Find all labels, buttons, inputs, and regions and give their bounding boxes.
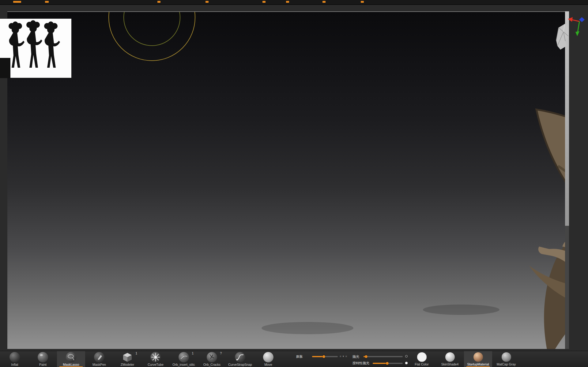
menu-accent-tick bbox=[157, 1, 160, 3]
inflate-slider-handle[interactable] bbox=[312, 356, 324, 357]
brush-label: CurveStrapSnap bbox=[228, 363, 252, 366]
brush-label: MaskLasso bbox=[63, 363, 79, 366]
brush-inflat[interactable]: Inflat bbox=[1, 351, 29, 367]
sculpt-figure-front-view bbox=[538, 28, 565, 349]
curve-tube-brush-icon bbox=[150, 352, 161, 362]
inflate-slider[interactable] bbox=[312, 356, 338, 357]
brush-masklasso[interactable]: MaskLasso bbox=[57, 351, 85, 367]
brush-label: ZModeler bbox=[121, 363, 134, 366]
brush-label: Move bbox=[264, 363, 272, 366]
startup-material-icon bbox=[473, 352, 483, 362]
slider-zone: 膨胀 ≡ ▾ ≡ 抛光 按特性抛光 bbox=[292, 351, 415, 367]
radio-dot-filled-icon[interactable] bbox=[405, 362, 408, 364]
skinshade4-material-icon bbox=[445, 352, 455, 362]
brush-orb-cracks[interactable]: ? Orb_Cracks bbox=[198, 351, 226, 367]
zbrush-window: Inflat Paint MaskLasso MaskPen bbox=[0, 0, 588, 367]
figure-shadow bbox=[423, 305, 499, 315]
curve-strap-snap-brush-icon bbox=[235, 352, 245, 362]
menu-accent-tick bbox=[361, 1, 364, 3]
reference-silhouettes-icon bbox=[0, 19, 71, 78]
polish-by-features-slider-label: 按特性抛光 bbox=[352, 361, 369, 365]
symmetry-circles-icon bbox=[109, 12, 195, 61]
zmodeler-brush-icon bbox=[122, 352, 133, 362]
brush-label: Orb_Cracks bbox=[203, 363, 221, 366]
orb-cracks-brush-icon bbox=[207, 352, 217, 362]
figure-shadow bbox=[262, 322, 353, 334]
axis-gizmo-icon[interactable] bbox=[567, 16, 588, 42]
move-brush-icon bbox=[263, 352, 273, 362]
brush-label: CurveTube bbox=[148, 363, 164, 366]
menu-accent-tick bbox=[205, 1, 209, 3]
brush-label: Paint bbox=[39, 363, 47, 366]
brush-curvetube[interactable]: CurveTube bbox=[141, 351, 170, 367]
brush-label: Orb_insert_stitc bbox=[172, 363, 195, 366]
brush-orb-insert-stitch[interactable]: 1 Orb_insert_stitc bbox=[170, 351, 198, 367]
brush-label: MaskPen bbox=[92, 363, 106, 366]
material-startupmaterial[interactable]: StartupMaterial bbox=[464, 351, 492, 367]
brush-paint[interactable]: Paint bbox=[29, 351, 57, 367]
orb-insert-stitch-brush-icon bbox=[179, 352, 189, 362]
polish-by-features-slider[interactable] bbox=[373, 363, 403, 364]
polish-slider[interactable] bbox=[364, 356, 403, 357]
paint-brush-icon bbox=[38, 352, 48, 362]
menu-accent-tick bbox=[322, 1, 326, 3]
scrollbar-track bbox=[565, 226, 569, 349]
brush-row: Inflat Paint MaskLasso MaskPen bbox=[1, 351, 282, 367]
inflate-slider-label: 膨胀 bbox=[296, 354, 303, 359]
inflat-brush-icon bbox=[9, 352, 20, 362]
brush-curvestrapsnap[interactable]: CurveStrapSnap bbox=[226, 351, 254, 367]
top-menu-bar bbox=[0, 0, 588, 5]
menu-accent-tick bbox=[13, 1, 21, 3]
menu-accent-tick bbox=[286, 1, 289, 3]
right-tray-scrollbar[interactable] bbox=[565, 11, 569, 349]
brush-zmodeler[interactable]: 1 ZModeler bbox=[113, 351, 141, 367]
brush-hotkey-badge: 1 bbox=[192, 352, 194, 355]
polish-slider-handle[interactable] bbox=[364, 356, 366, 357]
brush-move[interactable]: Move bbox=[254, 351, 282, 367]
slider-mini-icons: ≡ ▾ ≡ bbox=[340, 355, 347, 358]
material-row: Flat Color SkinShade4 StartupMaterial Ma… bbox=[408, 351, 520, 367]
bottom-shelf: Inflat Paint MaskLasso MaskPen bbox=[0, 351, 588, 367]
brush-hotkey-badge: 1 bbox=[135, 352, 137, 355]
material-flat-color[interactable]: Flat Color bbox=[408, 351, 436, 367]
material-matcap-gray[interactable]: MatCap Gray bbox=[492, 351, 520, 367]
mask-pen-brush-icon bbox=[94, 352, 104, 362]
menu-accent-tick bbox=[45, 1, 49, 3]
material-label: SkinShade4 bbox=[441, 362, 459, 366]
brush-label: Inflat bbox=[11, 363, 18, 366]
material-skinshade4[interactable]: SkinShade4 bbox=[436, 351, 464, 367]
polish-slider-label: 抛光 bbox=[352, 354, 359, 359]
reference-image bbox=[0, 19, 71, 78]
sculpt-scene bbox=[7, 12, 565, 349]
material-label: MatCap Gray bbox=[497, 362, 516, 366]
material-label: StartupMaterial bbox=[467, 362, 489, 366]
radio-dot-outline-icon[interactable] bbox=[405, 355, 408, 358]
brush-hotkey-badge: ? bbox=[220, 352, 222, 355]
menu-accent-tick bbox=[262, 1, 266, 3]
flat-color-material-icon bbox=[417, 352, 427, 362]
matcap-gray-material-icon bbox=[502, 352, 511, 362]
polish-by-features-slider-handle[interactable] bbox=[373, 363, 387, 364]
mask-lasso-brush-icon bbox=[66, 352, 76, 362]
brush-maskpen[interactable]: MaskPen bbox=[85, 351, 113, 367]
sculpt-viewport[interactable] bbox=[7, 11, 565, 349]
material-label: Flat Color bbox=[415, 362, 429, 366]
